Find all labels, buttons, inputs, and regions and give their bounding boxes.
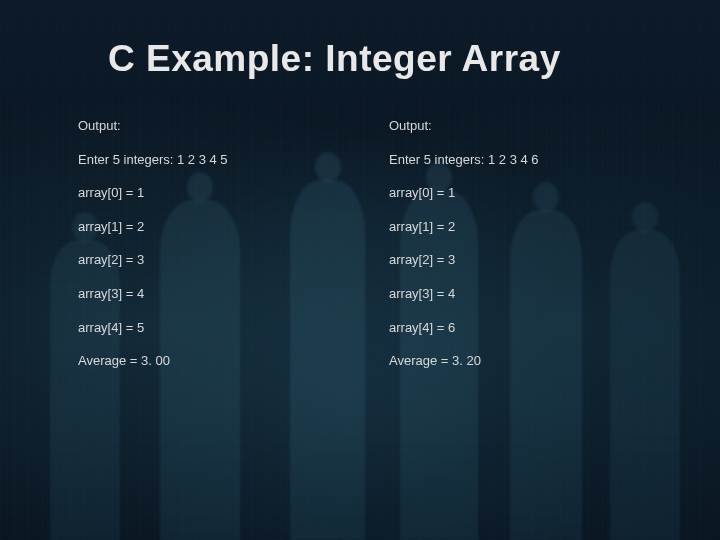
slide: C Example: Integer Array Output: Enter 5… <box>0 0 720 540</box>
columns: Output: Enter 5 integers: 1 2 3 4 5 arra… <box>60 118 660 387</box>
array-line: array[1] = 2 <box>389 219 660 235</box>
left-column: Output: Enter 5 integers: 1 2 3 4 5 arra… <box>78 118 389 387</box>
array-line: array[4] = 6 <box>389 320 660 336</box>
array-line: array[1] = 2 <box>78 219 349 235</box>
array-line: array[3] = 4 <box>78 286 349 302</box>
prompt-line: Enter 5 integers: 1 2 3 4 6 <box>389 152 660 168</box>
average-line: Average = 3. 20 <box>389 353 660 369</box>
prompt-line: Enter 5 integers: 1 2 3 4 5 <box>78 152 349 168</box>
array-line: array[0] = 1 <box>389 185 660 201</box>
array-line: array[2] = 3 <box>78 252 349 268</box>
array-line: array[2] = 3 <box>389 252 660 268</box>
array-line: array[3] = 4 <box>389 286 660 302</box>
slide-title: C Example: Integer Array <box>108 38 660 80</box>
output-label: Output: <box>78 118 349 134</box>
output-label: Output: <box>389 118 660 134</box>
array-line: array[0] = 1 <box>78 185 349 201</box>
right-column: Output: Enter 5 integers: 1 2 3 4 6 arra… <box>389 118 660 387</box>
array-line: array[4] = 5 <box>78 320 349 336</box>
average-line: Average = 3. 00 <box>78 353 349 369</box>
